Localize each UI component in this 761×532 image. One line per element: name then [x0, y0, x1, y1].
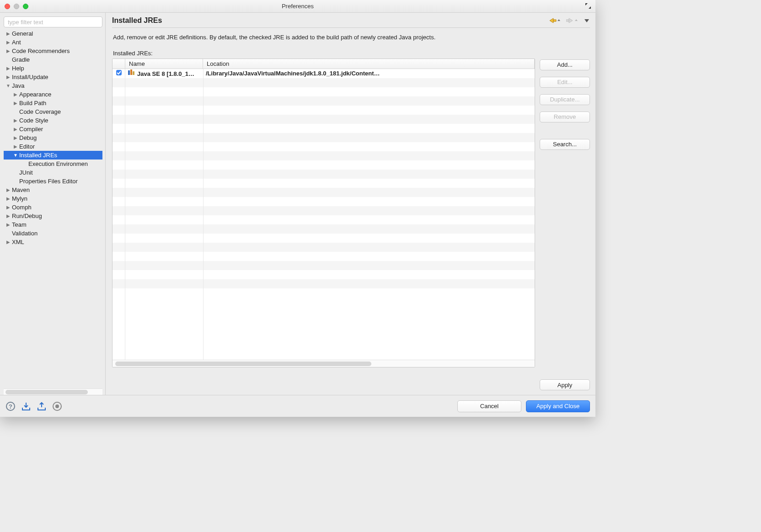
add-button[interactable]: Add... — [540, 59, 590, 70]
tree-twisty-icon[interactable]: ▼ — [5, 81, 11, 90]
tree-item-oomph[interactable]: ▶Oomph — [4, 203, 102, 212]
tree-item-run-debug[interactable]: ▶Run/Debug — [4, 212, 102, 220]
filter-input[interactable] — [4, 16, 102, 27]
tree-twisty-icon[interactable]: ▶ — [5, 64, 11, 73]
table-row — [113, 261, 535, 270]
apply-button[interactable]: Apply — [540, 379, 590, 390]
table-row — [113, 96, 535, 106]
tree-item-maven[interactable]: ▶Maven — [4, 186, 102, 194]
jre-table[interactable]: Name Location Java SE 8 [1.8.0_1…/Librar… — [112, 59, 535, 367]
tree-item-ant[interactable]: ▶Ant — [4, 38, 102, 47]
tree-twisty-icon[interactable]: ▶ — [13, 142, 18, 151]
tree-twisty-icon[interactable]: ▼ — [13, 151, 18, 160]
tree-item-label: Validation — [12, 229, 38, 238]
apply-and-close-button[interactable]: Apply and Close — [526, 400, 590, 412]
tree-item-compiler[interactable]: ▶Compiler — [4, 125, 102, 133]
svg-rect-1 — [128, 70, 130, 75]
tree-twisty-icon[interactable]: ▶ — [5, 212, 11, 220]
oomph-record-icon[interactable] — [52, 401, 62, 411]
nav-back-button[interactable] — [549, 17, 562, 24]
tree-item-xml[interactable]: ▶XML — [4, 238, 102, 246]
export-preferences-icon[interactable] — [37, 401, 47, 411]
table-row — [113, 224, 535, 234]
row-name: Java SE 8 [1.8.0_1… — [125, 69, 203, 77]
page-description: Add, remove or edit JRE definitions. By … — [112, 28, 590, 50]
nav-forward-button[interactable] — [566, 17, 579, 24]
preferences-tree-panel: ▶General▶Ant▶Code RecommendersGradle▶Hel… — [0, 13, 105, 395]
tree-item-label: Team — [12, 220, 27, 229]
tree-item-build-path[interactable]: ▶Build Path — [4, 99, 102, 107]
table-row — [113, 206, 535, 215]
tree-twisty-icon[interactable]: ▶ — [5, 194, 11, 203]
tree-twisty-icon[interactable]: ▶ — [5, 47, 11, 55]
column-header-check[interactable] — [113, 59, 125, 69]
column-header-location[interactable]: Location — [203, 59, 535, 69]
tree-twisty-icon[interactable]: ▶ — [5, 29, 11, 38]
svg-rect-0 — [116, 70, 122, 75]
tree-item-code-style[interactable]: ▶Code Style — [4, 116, 102, 125]
window-titlebar: Preferences — [0, 0, 595, 13]
tree-item-mylyn[interactable]: ▶Mylyn — [4, 194, 102, 203]
import-preferences-icon[interactable] — [21, 401, 31, 411]
tree-twisty-icon[interactable]: ▶ — [13, 116, 18, 125]
table-row — [113, 270, 535, 279]
tree-item-label: Gradle — [12, 55, 30, 64]
tree-item-label: Build Path — [19, 99, 46, 107]
tree-item-label: JUnit — [19, 168, 33, 177]
view-menu-button[interactable] — [584, 17, 590, 24]
tree-item-code-coverage[interactable]: Code Coverage — [4, 107, 102, 116]
tree-twisty-icon[interactable]: ▶ — [13, 90, 18, 99]
tree-twisty-icon[interactable]: ▶ — [5, 38, 11, 47]
tree-item-appearance[interactable]: ▶Appearance — [4, 90, 102, 99]
tree-item-code-recommenders[interactable]: ▶Code Recommenders — [4, 47, 102, 55]
tree-item-properties-files-editor[interactable]: Properties Files Editor — [4, 177, 102, 186]
tree-item-install-update[interactable]: ▶Install/Update — [4, 73, 102, 81]
tree-item-debug[interactable]: ▶Debug — [4, 133, 102, 142]
tree-item-java[interactable]: ▼Java — [4, 81, 102, 90]
table-horizontal-scrollbar[interactable] — [113, 360, 535, 367]
tree-twisty-icon[interactable]: ▶ — [5, 73, 11, 81]
table-row[interactable]: Java SE 8 [1.8.0_1…/Library/Java/JavaVir… — [113, 69, 535, 78]
tree-item-validation[interactable]: Validation — [4, 229, 102, 238]
tree-item-label: Help — [12, 64, 24, 73]
tree-item-junit[interactable]: JUnit — [4, 168, 102, 177]
tree-twisty-icon[interactable]: ▶ — [5, 186, 11, 194]
table-row — [113, 133, 535, 142]
remove-button[interactable]: Remove — [540, 112, 590, 122]
tree-twisty-icon[interactable]: ▶ — [5, 220, 11, 229]
tree-twisty-icon[interactable]: ▶ — [13, 125, 18, 133]
svg-rect-3 — [133, 71, 134, 75]
help-icon[interactable]: ? — [5, 401, 16, 411]
table-label: Installed JREs: — [112, 50, 590, 59]
tree-item-execution-environmen[interactable]: Execution Environmen — [4, 160, 102, 168]
table-row — [113, 243, 535, 252]
tree-twisty-icon[interactable]: ▶ — [5, 203, 11, 212]
table-row — [113, 142, 535, 151]
tree-item-general[interactable]: ▶General — [4, 29, 102, 38]
tree-twisty-icon[interactable]: ▶ — [13, 133, 18, 142]
tree-item-team[interactable]: ▶Team — [4, 220, 102, 229]
preferences-tree[interactable]: ▶General▶Ant▶Code RecommendersGradle▶Hel… — [4, 29, 102, 387]
duplicate-button[interactable]: Duplicate... — [540, 94, 590, 105]
tree-twisty-icon[interactable]: ▶ — [13, 99, 18, 107]
edit-button[interactable]: Edit... — [540, 77, 590, 88]
table-row — [113, 188, 535, 197]
svg-text:?: ? — [9, 403, 12, 410]
tree-item-gradle[interactable]: Gradle — [4, 55, 102, 64]
row-default-checkbox[interactable] — [113, 69, 125, 77]
tree-item-label: Editor — [19, 142, 35, 151]
table-row — [113, 151, 535, 160]
enter-fullscreen-icon[interactable] — [584, 2, 592, 10]
sidebar-horizontal-scrollbar[interactable] — [4, 388, 102, 395]
svg-rect-2 — [130, 69, 132, 75]
row-location: /Library/Java/JavaVirtualMachines/jdk1.8… — [203, 70, 535, 77]
tree-item-editor[interactable]: ▶Editor — [4, 142, 102, 151]
tree-item-label: Execution Environmen — [28, 160, 88, 168]
tree-twisty-icon[interactable]: ▶ — [5, 238, 11, 246]
table-row — [113, 170, 535, 179]
cancel-button[interactable]: Cancel — [457, 400, 521, 412]
column-header-name[interactable]: Name — [125, 59, 203, 69]
tree-item-installed-jres[interactable]: ▼Installed JREs — [4, 151, 102, 160]
search-button[interactable]: Search... — [540, 139, 590, 150]
tree-item-help[interactable]: ▶Help — [4, 64, 102, 73]
